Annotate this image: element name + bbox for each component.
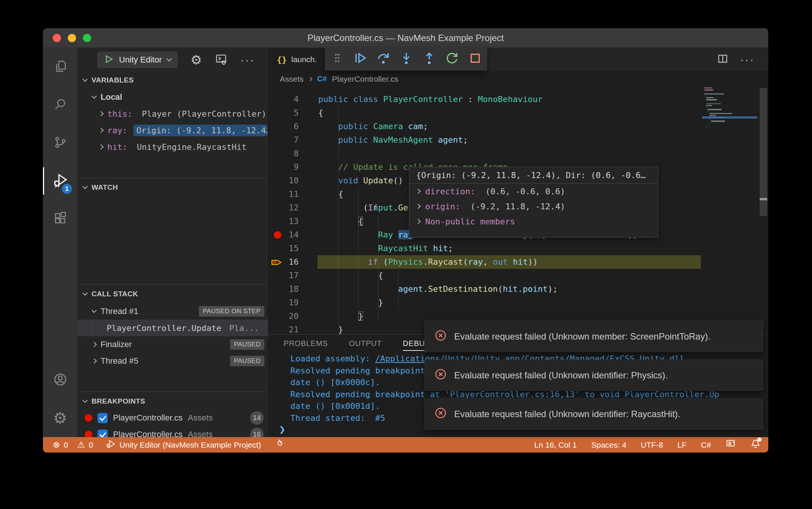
breakpoints-section-header[interactable]: BREAKPOINTS [77,394,268,409]
restart-button[interactable] [444,50,460,66]
variable-value: Origin: (-9.2, 11.8, -12.4… [133,125,267,136]
views-more-button[interactable]: ··· [240,58,255,62]
close-button[interactable] [53,34,61,42]
line-number: 9 [269,160,299,174]
variable-row[interactable]: this: Player (PlayerController) [77,105,268,122]
tooltip-row[interactable]: direction: (0.6, -0.6, 0.6) [409,184,658,199]
language-mode-status[interactable]: C# [701,440,711,450]
breakpoint-folder: Assets [188,430,213,437]
tab-launch-json[interactable]: {} launch. [269,48,329,71]
notifications-button[interactable] [750,439,761,451]
line-number: 20 [269,309,299,323]
code-line[interactable]: 16 if (Physics.Raycast(ray, out hit)) [269,255,768,269]
sidebar-item-explorer[interactable] [43,48,77,86]
panel-tab-problems[interactable]: PROBLEMS [284,339,328,348]
code-line[interactable]: 7 public NavMeshAgent agent; [269,133,768,147]
search-icon [53,97,67,113]
call-stack-thread[interactable]: Thread #1PAUSED ON STEP [77,303,268,320]
scope-local[interactable]: Local [77,89,268,105]
code-text: public NavMeshAgent agent; [318,133,468,147]
thread-label: Finalizer [101,340,132,349]
debug-sidebar: Unity Editor ⚙ ··· VARIABLES Local this: [77,48,268,437]
sidebar-item-source-control[interactable] [43,124,77,162]
variable-row[interactable]: ray:Origin: (-9.2, 11.8, -12.4… [77,122,268,139]
code-line[interactable]: 4public class PlayerController : MonoBeh… [269,93,768,106]
sidebar-item-search[interactable] [43,86,77,124]
more-actions-icon[interactable]: ··· [740,58,755,61]
stop-button[interactable] [467,50,483,66]
code-line[interactable]: 17 { [269,269,768,282]
code-text: void Update() [318,174,403,187]
code-text: { [318,187,343,201]
notification-toast[interactable]: Evaluate request failed (Unknown member:… [424,321,763,352]
debug-toolbar[interactable] [325,46,487,70]
scrollbar-thumb[interactable] [760,88,767,216]
breakpoint-checkbox[interactable] [98,413,108,423]
variables-section-header[interactable]: VARIABLES [77,73,268,88]
chevron-down-icon [92,308,97,313]
eol-status[interactable]: LF [678,440,687,450]
tooltip-value-header: {Origin: (-9.2, 11.8, -12.4), Dir: (0.6,… [409,167,658,184]
start-debugging-icon[interactable] [104,54,114,66]
notification-toast[interactable]: Evaluate request failed (Unknown identif… [424,360,763,391]
sidebar-item-extensions[interactable] [43,200,77,238]
editor-scrollbar[interactable] [759,87,768,334]
tooltip-row[interactable]: origin: (-9.2, 11.8, -12.4) [409,199,658,214]
frame-source: Pla... [229,323,259,333]
breakpoint-row[interactable]: PlayerController.csAssets14 [77,410,268,426]
tab-label: launch. [292,55,317,64]
notification-toast[interactable]: Evaluate request failed (Unknown identif… [424,398,763,430]
breadcrumb-item[interactable]: Assets [280,75,304,84]
call-stack-section-header[interactable]: CALL STACK [77,287,268,302]
breadcrumb[interactable]: AssetsC#PlayerController.cs [269,71,768,87]
settings-gear-icon: ⚙ [53,410,67,426]
problems-status[interactable]: ⊗ 0 ⚠ 0 [53,440,93,450]
sidebar-item-run-debug[interactable]: 1 [43,162,77,200]
debug-settings-button[interactable]: ⚙ [191,53,202,66]
manage-button[interactable]: ⚙ [43,399,77,437]
hot-reload-status[interactable] [274,439,284,451]
code-line[interactable]: 5{ [269,106,768,120]
encoding-status[interactable]: UTF-8 [641,440,663,450]
breadcrumb-item[interactable]: PlayerController.cs [332,75,398,84]
call-stack-frame[interactable]: PlayerController.UpdatePla... [77,320,268,336]
breakpoint-checkbox[interactable] [98,430,108,437]
call-stack-thread[interactable]: FinalizerPAUSED [77,336,268,353]
feedback-button[interactable] [725,439,736,451]
code-line[interactable]: 8 [269,147,768,160]
minimap[interactable] [702,87,759,140]
accounts-button[interactable] [43,361,77,399]
breakpoint-row[interactable]: PlayerController.csAssets16 [77,426,268,437]
console-prompt[interactable]: ❯ [279,423,285,436]
minimize-button[interactable] [68,34,76,42]
line-number: 14 [269,228,299,242]
debug-config-dropdown[interactable]: Unity Editor [97,52,178,68]
watch-section-header[interactable]: WATCH [77,180,268,195]
tooltip-property-name: Non-public members [425,217,515,226]
code-text: } [318,323,343,334]
code-line[interactable]: 15 RaycastHit hit; [269,242,768,255]
error-circle-icon [435,329,447,344]
debug-hover-tooltip[interactable]: {Origin: (-9.2, 11.8, -12.4), Dir: (0.6,… [409,167,658,238]
step-over-button[interactable] [375,50,391,66]
step-into-button[interactable] [398,50,414,66]
code-line[interactable]: 18 agent.SetDestination(hit.point); [269,282,768,296]
code-line[interactable]: 6 public Camera cam; [269,120,768,133]
split-editor-button[interactable] [717,53,729,66]
variable-row[interactable]: hit: UnityEngine.RaycastHit [77,139,268,155]
indentation-status[interactable]: Spaces: 4 [591,440,626,450]
debug-console-button[interactable] [215,53,227,67]
tooltip-row[interactable]: Non-public members [409,214,658,229]
debug-target-status[interactable]: Unity Editor (NavMesh Example Project) [106,439,261,451]
chevron-right-icon [92,358,97,364]
section-title: WATCH [92,183,118,192]
zoom-button[interactable] [83,34,91,42]
toolbar-drag-handle[interactable] [329,50,345,66]
code-line[interactable]: 19 } [269,296,768,309]
step-out-button[interactable] [421,50,437,66]
panel-tab-output[interactable]: OUTPUT [349,339,382,348]
cursor-position-status[interactable]: Ln 16, Col 1 [534,440,577,450]
line-number: 21 [269,323,299,334]
call-stack-thread[interactable]: Thread #5PAUSED [77,353,268,369]
continue-button[interactable] [352,50,368,66]
